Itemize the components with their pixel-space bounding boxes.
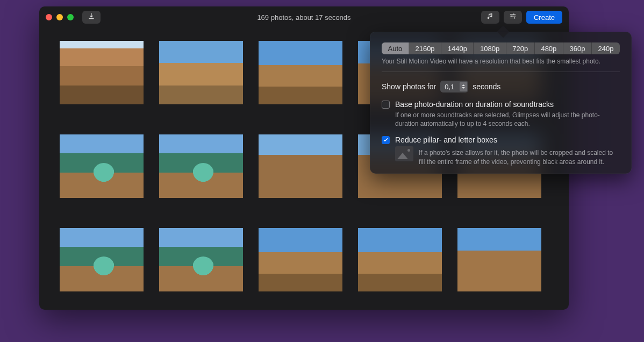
resolution-option-720p[interactable]: 720p — [506, 42, 535, 54]
music-note-icon — [486, 12, 494, 22]
photo-thumbnail[interactable] — [259, 228, 342, 291]
photo-duration-stepper[interactable]: 0,1 — [440, 81, 468, 92]
reduce-boxes-label: Reduce pillar- and letter boxes — [395, 136, 620, 144]
photo-duration-row: Show photos for 0,1 seconds — [382, 81, 620, 92]
checkmark-icon — [383, 137, 389, 143]
resolution-option-1080p[interactable]: 1080p — [474, 42, 506, 54]
svg-point-1 — [511, 16, 512, 17]
stepper-arrows-icon[interactable] — [460, 82, 467, 91]
resolution-option-2160p[interactable]: 2160p — [409, 42, 441, 54]
base-on-soundtracks-row: Base photo-duration on duration of sound… — [382, 100, 620, 128]
create-button[interactable]: Create — [526, 11, 562, 24]
photo-thumbnail[interactable] — [60, 41, 144, 104]
photo-thumbnail[interactable] — [259, 41, 342, 104]
base-on-soundtracks-label: Base photo-duration on duration of sound… — [395, 100, 620, 109]
reduce-boxes-checkbox[interactable] — [382, 136, 390, 144]
resolution-option-auto[interactable]: Auto — [382, 42, 409, 54]
resolution-segmented-control[interactable]: Auto 2160p 1440p 1080p 720p 480p 360p 24… — [382, 42, 620, 54]
resolution-option-480p[interactable]: 480p — [535, 42, 563, 54]
photo-thumbnail[interactable] — [159, 41, 243, 104]
reduce-boxes-row: Reduce pillar- and letter boxes If a pho… — [382, 136, 620, 166]
window-controls — [46, 14, 74, 20]
sliders-icon — [509, 12, 517, 22]
resolution-option-240p[interactable]: 240p — [592, 42, 620, 54]
photo-thumbnail[interactable] — [457, 228, 541, 291]
photo-duration-value: 0,1 — [445, 83, 456, 91]
duration-suffix-label: seconds — [473, 82, 500, 91]
reduce-boxes-sub: If a photo's size allows for it, the pho… — [419, 148, 620, 166]
download-arrow-icon — [88, 12, 95, 22]
photo-thumbnail[interactable] — [358, 228, 442, 291]
fullscreen-window-button[interactable] — [67, 14, 74, 20]
photo-thumbnail[interactable] — [259, 134, 342, 198]
photo-thumbnail[interactable] — [159, 228, 243, 291]
titlebar: 169 photos, about 17 seconds Create — [39, 6, 569, 28]
settings-popover: Auto 2160p 1440p 1080p 720p 480p 360p 24… — [370, 32, 632, 174]
duration-prefix-label: Show photos for — [382, 82, 436, 91]
resolution-option-1440p[interactable]: 1440p — [441, 42, 474, 54]
settings-button[interactable] — [504, 11, 522, 24]
import-button[interactable] — [82, 11, 101, 24]
close-window-button[interactable] — [46, 14, 52, 20]
svg-point-0 — [513, 13, 514, 15]
minimize-window-button[interactable] — [56, 14, 63, 20]
resolution-hint: Your Still Motion Video will have a reso… — [382, 58, 620, 72]
photo-thumbnail[interactable] — [60, 228, 144, 291]
photo-thumbnail[interactable] — [159, 134, 243, 198]
photo-placeholder-icon — [395, 146, 413, 161]
svg-point-2 — [514, 17, 515, 18]
photo-thumbnail[interactable] — [60, 134, 144, 198]
create-button-label: Create — [534, 13, 555, 22]
base-on-soundtracks-sub: If one or more soundtracks are selected,… — [395, 111, 620, 128]
resolution-option-360p[interactable]: 360p — [563, 42, 592, 54]
base-on-soundtracks-checkbox[interactable] — [382, 101, 390, 109]
music-button[interactable] — [481, 11, 499, 24]
